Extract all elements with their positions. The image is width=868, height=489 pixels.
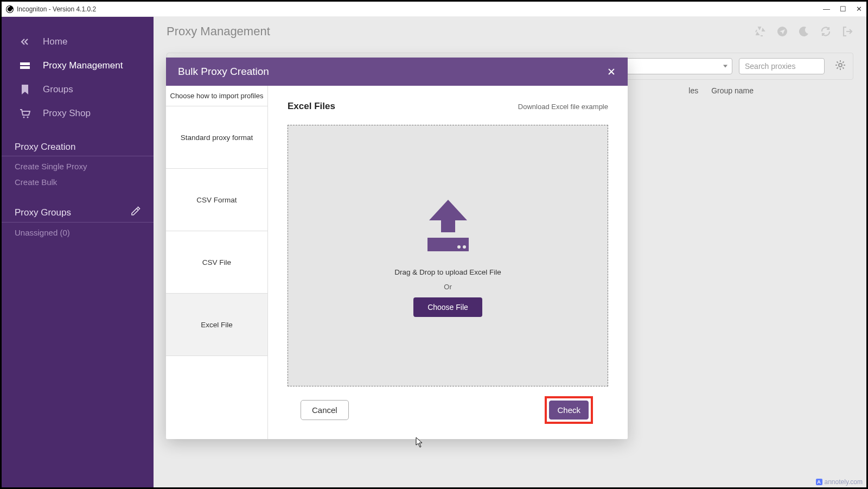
download-example-link[interactable]: Download Excel file example <box>518 103 608 111</box>
sidebar-label: Proxy Management <box>43 60 123 71</box>
sidebar-label: Home <box>43 36 67 47</box>
col-group-name: Group name <box>711 86 754 95</box>
moon-icon[interactable] <box>798 26 810 37</box>
edit-icon[interactable] <box>131 206 141 219</box>
svg-rect-1 <box>20 66 30 69</box>
cart-icon <box>19 109 31 118</box>
sidebar-label: Proxy Shop <box>43 108 91 119</box>
dropzone-or: Or <box>444 283 451 291</box>
watermark: A annotely.com <box>816 478 863 486</box>
sidebar-item-proxy-shop[interactable]: Proxy Shop <box>2 101 154 125</box>
server-icon <box>19 62 31 69</box>
search-input[interactable] <box>739 58 825 74</box>
col-les: les <box>688 86 698 95</box>
panel-title: Excel Files <box>288 101 335 112</box>
upload-icon <box>416 194 481 262</box>
minimize-icon[interactable]: — <box>823 5 830 13</box>
recycle-icon[interactable] <box>755 26 767 37</box>
svg-rect-0 <box>20 62 30 65</box>
import-method-heading: Choose how to import profiles <box>166 86 267 106</box>
modal-title: Bulk Proxy Creation <box>178 66 269 78</box>
svg-point-5 <box>839 63 842 67</box>
annotely-logo-icon: A <box>816 479 822 485</box>
sidebar-link-create-bulk[interactable]: Create Bulk <box>2 174 154 190</box>
option-csv-format[interactable]: CSV Format <box>166 169 267 231</box>
cursor-icon <box>416 437 423 448</box>
sidebar-section-proxy-groups: Proxy Groups <box>2 200 154 223</box>
sidebar: Home Proxy Management Groups Proxy Shop <box>2 17 154 487</box>
close-window-icon[interactable]: ✕ <box>856 5 862 13</box>
modal-sidebar: Choose how to import profiles Standard p… <box>166 86 268 439</box>
logout-icon[interactable] <box>841 26 853 37</box>
group-select[interactable] <box>613 58 732 74</box>
cancel-button[interactable]: Cancel <box>301 400 349 420</box>
bulk-proxy-modal: Bulk Proxy Creation ✕ Choose how to impo… <box>166 58 628 439</box>
window-title: Incogniton - Version 4.1.0.2 <box>17 5 96 13</box>
dropzone-text: Drag & Drop to upload Excel File <box>394 268 501 276</box>
collapse-icon <box>19 38 31 46</box>
refresh-icon[interactable] <box>820 26 832 37</box>
sidebar-item-proxy-management[interactable]: Proxy Management <box>2 54 154 78</box>
maximize-icon[interactable]: ☐ <box>840 5 846 13</box>
app-icon <box>6 5 14 13</box>
option-excel-file[interactable]: Excel File <box>166 294 267 356</box>
sidebar-link-unassigned[interactable]: Unassigned (0) <box>2 225 154 240</box>
option-standard-format[interactable]: Standard proxy format <box>166 106 267 169</box>
sidebar-item-home[interactable]: Home <box>2 30 154 54</box>
svg-point-2 <box>23 117 25 118</box>
window-titlebar: Incogniton - Version 4.1.0.2 — ☐ ✕ <box>2 2 866 17</box>
sidebar-link-create-single[interactable]: Create Single Proxy <box>2 158 154 174</box>
svg-point-6 <box>457 245 461 249</box>
bookmark-icon <box>19 85 31 94</box>
svg-point-7 <box>463 245 466 249</box>
option-csv-file[interactable]: CSV File <box>166 231 267 294</box>
sidebar-section-proxy-creation: Proxy Creation <box>2 135 154 156</box>
file-dropzone[interactable]: Drag & Drop to upload Excel File Or Choo… <box>288 125 608 386</box>
page-title: Proxy Management <box>167 24 270 39</box>
sidebar-label: Groups <box>43 84 73 95</box>
svg-point-3 <box>27 117 29 118</box>
send-icon[interactable] <box>776 26 788 37</box>
choose-file-button[interactable]: Choose File <box>413 297 482 317</box>
check-button[interactable]: Check <box>549 401 589 420</box>
gear-icon[interactable] <box>834 59 846 73</box>
sidebar-item-groups[interactable]: Groups <box>2 78 154 101</box>
check-highlight: Check <box>545 396 593 424</box>
close-icon[interactable]: ✕ <box>607 66 616 78</box>
